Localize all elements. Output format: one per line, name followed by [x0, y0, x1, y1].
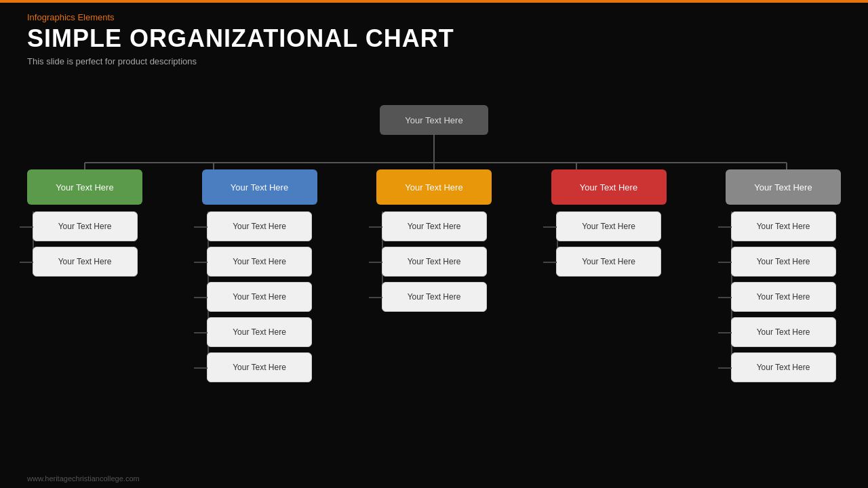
header-title: SIMPLE ORGANIZATIONAL CHART: [27, 25, 454, 52]
border-top: [0, 0, 868, 3]
children-wrapper-2: Your Text HereYour Text HereYour Text He…: [195, 211, 324, 388]
child-box-5-5: Your Text Here: [731, 352, 836, 382]
child-box-1-1: Your Text Here: [33, 211, 138, 241]
child-box-2-3: Your Text Here: [207, 282, 312, 312]
child-box-5-3: Your Text Here: [731, 282, 836, 312]
children-wrapper-5: Your Text HereYour Text HereYour Text He…: [719, 211, 848, 388]
column-2: Your Text HereYour Text HereYour Text He…: [195, 169, 324, 388]
child-box-2-2: Your Text Here: [207, 247, 312, 277]
child-box-5-1: Your Text Here: [731, 211, 836, 241]
children-wrapper-3: Your Text HereYour Text HereYour Text He…: [370, 211, 498, 317]
footer: www.heritagechristiancollege.com: [27, 474, 140, 483]
child-box-2-5: Your Text Here: [207, 352, 312, 382]
column-5: Your Text HereYour Text HereYour Text He…: [719, 169, 848, 388]
child-box-4-2: Your Text Here: [556, 247, 661, 277]
header-description: This slide is perfect for product descri…: [27, 56, 454, 66]
column-1: Your Text HereYour Text HereYour Text He…: [20, 169, 149, 388]
col-header-4: Your Text Here: [551, 169, 667, 205]
children-wrapper-4: Your Text HereYour Text Here: [545, 211, 673, 282]
child-box-3-3: Your Text Here: [382, 282, 487, 312]
root-node: Your Text Here: [380, 105, 488, 135]
child-box-4-1: Your Text Here: [556, 211, 661, 241]
level1-row: Your Text HereYour Text HereYour Text He…: [20, 169, 848, 388]
col-header-2: Your Text Here: [202, 169, 317, 205]
column-4: Your Text HereYour Text HereYour Text He…: [545, 169, 673, 388]
child-box-3-2: Your Text Here: [382, 247, 487, 277]
children-wrapper-1: Your Text HereYour Text Here: [20, 211, 149, 282]
child-box-2-1: Your Text Here: [207, 211, 312, 241]
child-box-5-4: Your Text Here: [731, 317, 836, 347]
header: Infographics Elements SIMPLE ORGANIZATIO…: [27, 12, 454, 66]
child-box-3-1: Your Text Here: [382, 211, 487, 241]
col-header-1: Your Text Here: [27, 169, 142, 205]
child-box-5-2: Your Text Here: [731, 247, 836, 277]
child-box-2-4: Your Text Here: [207, 317, 312, 347]
col-header-3: Your Text Here: [376, 169, 492, 205]
child-box-1-2: Your Text Here: [33, 247, 138, 277]
chart-area: Your Text Here Your Text HereYour Text H…: [20, 105, 848, 464]
col-header-5: Your Text Here: [726, 169, 841, 205]
column-3: Your Text HereYour Text HereYour Text He…: [370, 169, 498, 388]
header-subtitle: Infographics Elements: [27, 12, 454, 22]
